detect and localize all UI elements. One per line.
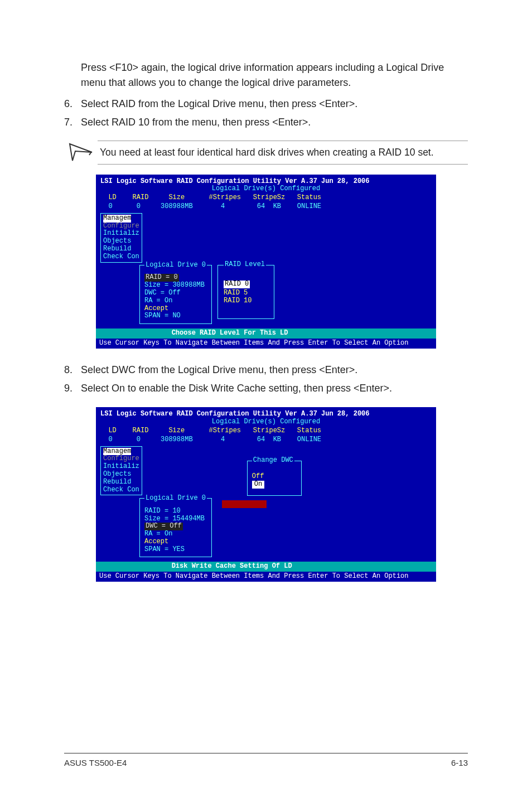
- bios-status-text: Choose RAID Level For This LD: [172, 329, 288, 337]
- menu-item-checkcon[interactable]: Check Con: [103, 486, 139, 494]
- note-callout: You need at least four identical hard di…: [64, 141, 468, 165]
- bios-status-text: Disk Write Cache Setting Of LD: [172, 562, 292, 570]
- step-number: 6.: [64, 96, 81, 112]
- dwc-popup-title: Change DWC: [252, 456, 294, 464]
- bios-subtitle: Logical Drive(s) Configured: [100, 185, 432, 193]
- bios-title: LSI Logic Software RAID Configuration Ut…: [100, 410, 432, 418]
- note-icon: [64, 141, 98, 163]
- ld-size-line[interactable]: Size = 154494MB: [144, 515, 205, 523]
- step-9: 9. Select On to enable the Disk Write Ca…: [64, 380, 468, 397]
- dwc-off-option[interactable]: Off: [252, 472, 264, 480]
- raid-5-option[interactable]: RAID 5: [224, 289, 248, 297]
- ld-ra-line[interactable]: RA = On: [144, 530, 172, 538]
- ld-span-line[interactable]: SPAN = YES: [144, 545, 185, 553]
- bios-data-row: 0 0 308988MB 4 64 KB ONLINE: [100, 436, 432, 444]
- selected-choice-indicator: [222, 500, 267, 508]
- ld-raid-line[interactable]: RAID = 0: [144, 274, 179, 282]
- logical-drive-panel: Logical Drive 0 RAID = 10 Size = 154494M…: [139, 498, 212, 558]
- menu-item-managem[interactable]: Managem: [103, 448, 131, 456]
- bios-status-bar: Choose RAID Level For This LD: [96, 328, 436, 339]
- ld-accept[interactable]: Accept: [144, 305, 168, 312]
- bios-status-bar: Disk Write Cache Setting Of LD: [96, 562, 436, 572]
- step-text: Select On to enable the Disk Write Cache…: [81, 380, 392, 397]
- menu-item-initializ[interactable]: Initializ: [103, 462, 139, 470]
- step-text: Select RAID from the Logical Drive menu,…: [81, 96, 357, 112]
- ld-raid-line[interactable]: RAID = 10: [144, 507, 181, 515]
- raid-0-option[interactable]: RAID 0: [224, 281, 250, 288]
- menu-item-rebuild[interactable]: Rebuild: [103, 245, 131, 253]
- bios-columns: LD RAID Size #Stripes StripeSz Status: [100, 194, 432, 202]
- footer-right: 6-13: [451, 758, 468, 767]
- step-text: Select RAID 10 from the menu, then press…: [81, 114, 311, 131]
- bios-help-bar: Use Cursor Keys To Navigate Between Item…: [96, 339, 436, 349]
- step-number: 8.: [64, 362, 81, 378]
- step-6: 6. Select RAID from the Logical Drive me…: [64, 96, 468, 112]
- change-dwc-popup: Change DWC Off On: [247, 461, 302, 496]
- ld-dwc-line[interactable]: DWC = Off: [144, 289, 181, 297]
- raid-10-option[interactable]: RAID 10: [224, 297, 252, 305]
- ld-ra-line[interactable]: RA = On: [144, 297, 172, 305]
- step-text: Select DWC from the Logical Drive menu, …: [81, 362, 357, 378]
- step-8: 8. Select DWC from the Logical Drive men…: [64, 362, 468, 378]
- footer-left: ASUS TS500-E4: [64, 758, 127, 767]
- bios-help-text: Use Cursor Keys To Navigate Between Item…: [99, 572, 409, 580]
- menu-item-initializ[interactable]: Initializ: [103, 229, 139, 237]
- note-text: You need at least four identical hard di…: [98, 141, 468, 165]
- bios-columns: LD RAID Size #Stripes StripeSz Status: [100, 427, 432, 435]
- step-7: 7. Select RAID 10 from the menu, then pr…: [64, 114, 468, 131]
- ld-size-line[interactable]: Size = 308988MB: [144, 281, 205, 289]
- menu-item-objects[interactable]: Objects: [103, 237, 131, 245]
- menu-item-objects[interactable]: Objects: [103, 470, 131, 478]
- menu-item-managem[interactable]: Managem: [103, 215, 131, 223]
- menu-item-checkcon[interactable]: Check Con: [103, 253, 139, 260]
- menu-item-configure[interactable]: Configure: [103, 222, 139, 230]
- bios-subtitle: Logical Drive(s) Configured: [100, 418, 432, 426]
- page-footer: ASUS TS500-E4 6-13: [64, 753, 468, 767]
- raid-level-popup: RAID Level RAID 0 RAID 5 RAID 10: [217, 265, 274, 319]
- ld-span-line[interactable]: SPAN = NO: [144, 312, 181, 320]
- page: Press <F10> again, the logical drive inf…: [0, 0, 532, 802]
- bios-screenshot-1: LSI Logic Software RAID Configuration Ut…: [96, 175, 436, 349]
- step-number: 7.: [64, 114, 81, 131]
- intro-paragraph: Press <F10> again, the logical drive inf…: [81, 60, 468, 90]
- logical-drive-panel: Logical Drive 0 RAID = 0 Size = 308988MB…: [139, 265, 212, 325]
- bios-data-row: 0 0 308988MB 4 64 KB ONLINE: [100, 203, 432, 211]
- bios-side-menu: Managem Configure Initializ Objects Rebu…: [100, 446, 142, 496]
- ld-box-title: Logical Drive 0: [144, 262, 207, 269]
- ld-box-title: Logical Drive 0: [144, 495, 207, 503]
- ld-accept[interactable]: Accept: [144, 538, 168, 545]
- dwc-on-option[interactable]: On: [252, 481, 264, 489]
- bios-help-text: Use Cursor Keys To Navigate Between Item…: [99, 339, 409, 347]
- step-number: 9.: [64, 380, 81, 397]
- bios-title: LSI Logic Software RAID Configuration Ut…: [100, 178, 432, 186]
- menu-item-configure[interactable]: Configure: [103, 455, 139, 462]
- ld-dwc-line[interactable]: DWC = Off: [144, 523, 183, 530]
- raid-level-title: RAID Level: [224, 260, 266, 268]
- menu-item-rebuild[interactable]: Rebuild: [103, 478, 131, 486]
- bios-side-menu: Managem Configure Initializ Objects Rebu…: [100, 213, 142, 263]
- bios-help-bar: Use Cursor Keys To Navigate Between Item…: [96, 572, 436, 582]
- bios-screenshot-2: LSI Logic Software RAID Configuration Ut…: [96, 407, 436, 582]
